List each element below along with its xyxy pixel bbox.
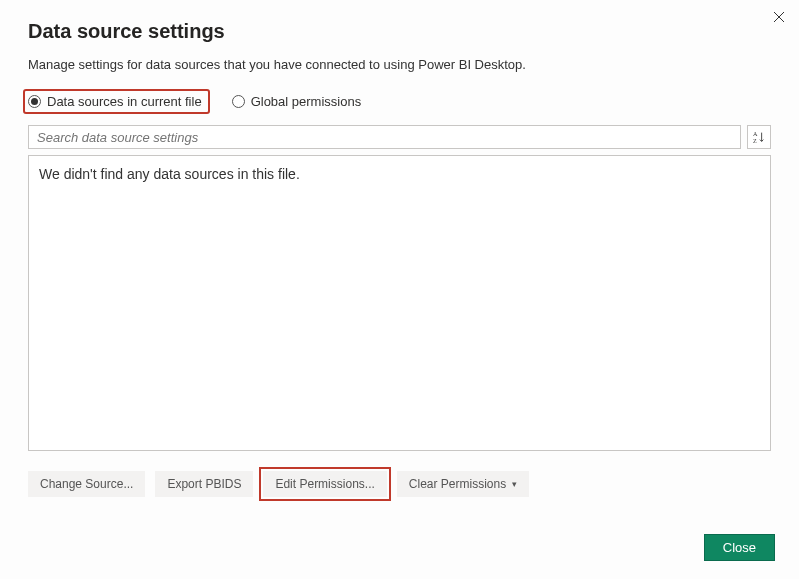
sort-button[interactable]: A Z — [747, 125, 771, 149]
radio-unselected-icon — [232, 95, 245, 108]
radio-global-permissions[interactable]: Global permissions — [232, 94, 362, 109]
radio-global-label: Global permissions — [251, 94, 362, 109]
chevron-down-icon: ▾ — [512, 479, 517, 489]
search-input[interactable] — [28, 125, 741, 149]
search-row: A Z — [28, 125, 771, 149]
sort-az-icon: A Z — [752, 130, 766, 144]
data-source-settings-dialog: Data source settings Manage settings for… — [0, 0, 799, 497]
close-icon[interactable] — [769, 8, 789, 28]
empty-list-message: We didn't find any data sources in this … — [39, 166, 300, 182]
clear-permissions-label: Clear Permissions — [409, 477, 506, 491]
radio-selected-icon — [28, 95, 41, 108]
close-button[interactable]: Close — [704, 534, 775, 561]
export-pbids-button[interactable]: Export PBIDS — [155, 471, 253, 497]
dialog-footer: Close — [704, 534, 775, 561]
radio-current-file[interactable]: Data sources in current file — [23, 89, 210, 114]
edit-permissions-button[interactable]: Edit Permissions... — [263, 471, 386, 497]
scope-radio-group: Data sources in current file Global perm… — [28, 94, 771, 109]
clear-permissions-button[interactable]: Clear Permissions ▾ — [397, 471, 529, 497]
dialog-subtitle: Manage settings for data sources that yo… — [28, 57, 771, 72]
svg-text:Z: Z — [753, 138, 757, 144]
svg-text:A: A — [753, 131, 758, 137]
change-source-button[interactable]: Change Source... — [28, 471, 145, 497]
radio-current-file-label: Data sources in current file — [47, 94, 202, 109]
dialog-title: Data source settings — [28, 20, 771, 43]
action-button-row: Change Source... Export PBIDS Edit Permi… — [28, 471, 771, 497]
data-source-list: We didn't find any data sources in this … — [28, 155, 771, 451]
